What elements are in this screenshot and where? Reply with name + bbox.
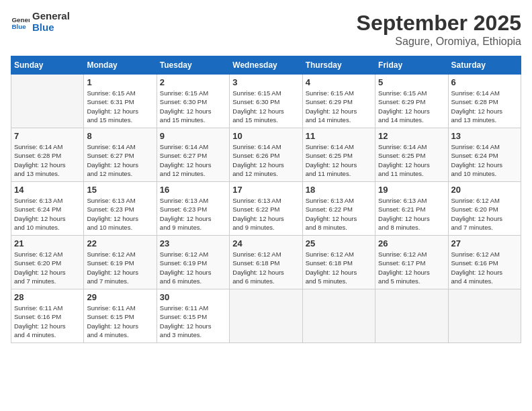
title-block: September 2025 Sagure, Oromiya, Ethiopia [357,11,521,48]
day-number: 8 [87,131,153,141]
calendar-cell: 25Sunrise: 6:12 AM Sunset: 6:18 PM Dayli… [302,236,375,289]
day-number: 9 [160,131,226,141]
calendar-cell: 29Sunrise: 6:11 AM Sunset: 6:15 PM Dayli… [84,289,157,343]
calendar-table: SundayMondayTuesdayWednesdayThursdayFrid… [11,56,521,343]
day-number: 11 [306,131,372,141]
day-header-friday: Friday [375,56,448,75]
day-number: 22 [87,238,153,248]
day-info: Sunrise: 6:13 AM Sunset: 6:23 PM Dayligh… [87,196,153,232]
day-info: Sunrise: 6:12 AM Sunset: 6:20 PM Dayligh… [14,250,81,285]
day-number: 30 [160,292,226,302]
calendar-cell: 20Sunrise: 6:12 AM Sunset: 6:20 PM Dayli… [448,182,521,236]
day-number: 20 [451,185,518,195]
day-number: 12 [378,131,445,141]
day-number: 18 [306,185,372,195]
logo-blue: Blue [32,22,70,34]
day-info: Sunrise: 6:11 AM Sunset: 6:15 PM Dayligh… [160,304,226,339]
calendar-cell: 1Sunrise: 6:15 AM Sunset: 6:31 PM Daylig… [84,75,157,128]
calendar-cell: 26Sunrise: 6:12 AM Sunset: 6:17 PM Dayli… [375,236,448,289]
day-info: Sunrise: 6:15 AM Sunset: 6:30 PM Dayligh… [232,89,299,124]
day-info: Sunrise: 6:12 AM Sunset: 6:18 PM Dayligh… [306,250,372,285]
calendar-cell: 4Sunrise: 6:15 AM Sunset: 6:29 PM Daylig… [302,75,375,128]
calendar-cell: 22Sunrise: 6:12 AM Sunset: 6:19 PM Dayli… [84,236,157,289]
day-number: 25 [306,238,372,248]
day-number: 16 [160,185,226,195]
calendar-cell: 24Sunrise: 6:12 AM Sunset: 6:18 PM Dayli… [230,236,302,289]
calendar-cell: 21Sunrise: 6:12 AM Sunset: 6:20 PM Dayli… [11,236,84,289]
day-info: Sunrise: 6:14 AM Sunset: 6:27 PM Dayligh… [87,142,153,178]
calendar-cell: 9Sunrise: 6:14 AM Sunset: 6:27 PM Daylig… [157,128,229,182]
day-number: 14 [14,185,81,195]
calendar-week-2: 7Sunrise: 6:14 AM Sunset: 6:28 PM Daylig… [11,128,521,182]
day-info: Sunrise: 6:12 AM Sunset: 6:18 PM Dayligh… [232,250,299,285]
calendar-cell: 2Sunrise: 6:15 AM Sunset: 6:30 PM Daylig… [157,75,229,128]
day-number: 23 [160,238,226,248]
day-number: 17 [232,185,299,195]
calendar-cell: 13Sunrise: 6:14 AM Sunset: 6:24 PM Dayli… [448,128,521,182]
calendar-week-4: 21Sunrise: 6:12 AM Sunset: 6:20 PM Dayli… [11,236,521,289]
day-number: 21 [14,238,81,248]
day-number: 1 [87,77,153,87]
calendar-cell: 18Sunrise: 6:13 AM Sunset: 6:22 PM Dayli… [302,182,375,236]
day-header-tuesday: Tuesday [157,56,229,75]
logo-general: General [32,11,70,22]
day-number: 5 [378,77,445,87]
calendar-cell: 12Sunrise: 6:14 AM Sunset: 6:25 PM Dayli… [375,128,448,182]
calendar-cell: 5Sunrise: 6:15 AM Sunset: 6:29 PM Daylig… [375,75,448,128]
day-number: 15 [87,185,153,195]
day-header-wednesday: Wednesday [230,56,302,75]
day-info: Sunrise: 6:13 AM Sunset: 6:21 PM Dayligh… [378,196,445,232]
day-info: Sunrise: 6:13 AM Sunset: 6:23 PM Dayligh… [160,196,226,232]
calendar-cell [375,289,448,343]
calendar-cell [11,75,84,128]
calendar-cell: 17Sunrise: 6:13 AM Sunset: 6:22 PM Dayli… [230,182,302,236]
calendar-week-5: 28Sunrise: 6:11 AM Sunset: 6:16 PM Dayli… [11,289,521,343]
calendar-cell: 10Sunrise: 6:14 AM Sunset: 6:26 PM Dayli… [230,128,302,182]
calendar-cell [302,289,375,343]
day-info: Sunrise: 6:13 AM Sunset: 6:22 PM Dayligh… [232,196,299,232]
calendar-cell: 15Sunrise: 6:13 AM Sunset: 6:23 PM Dayli… [84,182,157,236]
day-number: 3 [232,77,299,87]
calendar-cell: 30Sunrise: 6:11 AM Sunset: 6:15 PM Dayli… [157,289,229,343]
day-number: 28 [14,292,81,302]
day-info: Sunrise: 6:12 AM Sunset: 6:19 PM Dayligh… [160,250,226,285]
day-info: Sunrise: 6:14 AM Sunset: 6:24 PM Dayligh… [451,142,518,178]
day-info: Sunrise: 6:15 AM Sunset: 6:30 PM Dayligh… [160,89,226,124]
day-info: Sunrise: 6:12 AM Sunset: 6:19 PM Dayligh… [87,250,153,285]
day-header-monday: Monday [84,56,157,75]
calendar-week-3: 14Sunrise: 6:13 AM Sunset: 6:24 PM Dayli… [11,182,521,236]
day-number: 27 [451,238,518,248]
day-info: Sunrise: 6:13 AM Sunset: 6:24 PM Dayligh… [14,196,81,232]
day-number: 7 [14,131,81,141]
day-header-thursday: Thursday [302,56,375,75]
day-info: Sunrise: 6:12 AM Sunset: 6:17 PM Dayligh… [378,250,445,285]
page-header: General Blue General Blue September 2025… [11,11,521,48]
calendar-cell [448,289,521,343]
day-info: Sunrise: 6:11 AM Sunset: 6:15 PM Dayligh… [87,304,153,339]
day-info: Sunrise: 6:12 AM Sunset: 6:20 PM Dayligh… [451,196,518,232]
day-info: Sunrise: 6:12 AM Sunset: 6:16 PM Dayligh… [451,250,518,285]
logo-icon: General Blue [11,13,30,32]
calendar-cell: 8Sunrise: 6:14 AM Sunset: 6:27 PM Daylig… [84,128,157,182]
day-info: Sunrise: 6:14 AM Sunset: 6:26 PM Dayligh… [232,142,299,178]
calendar-cell: 11Sunrise: 6:14 AM Sunset: 6:25 PM Dayli… [302,128,375,182]
day-info: Sunrise: 6:13 AM Sunset: 6:22 PM Dayligh… [306,196,372,232]
month-title: September 2025 [357,11,521,36]
day-number: 24 [232,238,299,248]
calendar-cell: 23Sunrise: 6:12 AM Sunset: 6:19 PM Dayli… [157,236,229,289]
day-number: 13 [451,131,518,141]
calendar-cell: 6Sunrise: 6:14 AM Sunset: 6:28 PM Daylig… [448,75,521,128]
calendar-cell: 28Sunrise: 6:11 AM Sunset: 6:16 PM Dayli… [11,289,84,343]
day-header-saturday: Saturday [448,56,521,75]
day-number: 19 [378,185,445,195]
day-info: Sunrise: 6:14 AM Sunset: 6:25 PM Dayligh… [306,142,372,178]
calendar-cell: 19Sunrise: 6:13 AM Sunset: 6:21 PM Dayli… [375,182,448,236]
day-info: Sunrise: 6:14 AM Sunset: 6:28 PM Dayligh… [451,89,518,124]
calendar-cell: 27Sunrise: 6:12 AM Sunset: 6:16 PM Dayli… [448,236,521,289]
calendar-cell: 16Sunrise: 6:13 AM Sunset: 6:23 PM Dayli… [157,182,229,236]
location-subtitle: Sagure, Oromiya, Ethiopia [357,36,521,48]
day-number: 2 [160,77,226,87]
calendar-week-1: 1Sunrise: 6:15 AM Sunset: 6:31 PM Daylig… [11,75,521,128]
day-info: Sunrise: 6:14 AM Sunset: 6:25 PM Dayligh… [378,142,445,178]
calendar-cell [230,289,302,343]
